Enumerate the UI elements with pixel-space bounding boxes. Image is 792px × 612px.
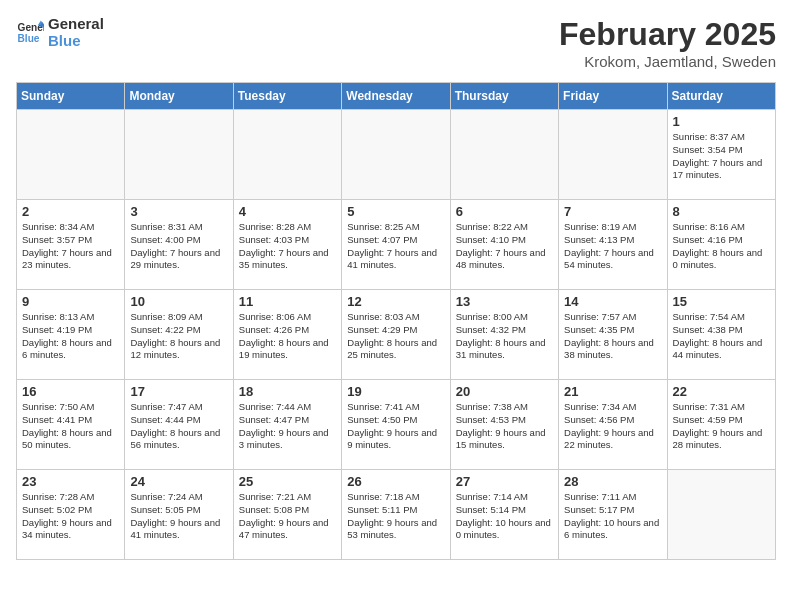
header: General Blue General Blue February 2025 … bbox=[16, 16, 776, 70]
day-info: Sunrise: 8:09 AM Sunset: 4:22 PM Dayligh… bbox=[130, 311, 227, 362]
weekday-header-friday: Friday bbox=[559, 83, 667, 110]
day-info: Sunrise: 7:50 AM Sunset: 4:41 PM Dayligh… bbox=[22, 401, 119, 452]
calendar-cell: 8Sunrise: 8:16 AM Sunset: 4:16 PM Daylig… bbox=[667, 200, 775, 290]
day-number: 15 bbox=[673, 294, 770, 309]
weekday-header-monday: Monday bbox=[125, 83, 233, 110]
day-info: Sunrise: 7:38 AM Sunset: 4:53 PM Dayligh… bbox=[456, 401, 553, 452]
weekday-header-row: SundayMondayTuesdayWednesdayThursdayFrid… bbox=[17, 83, 776, 110]
calendar-cell bbox=[450, 110, 558, 200]
calendar-cell: 24Sunrise: 7:24 AM Sunset: 5:05 PM Dayli… bbox=[125, 470, 233, 560]
calendar-cell: 12Sunrise: 8:03 AM Sunset: 4:29 PM Dayli… bbox=[342, 290, 450, 380]
day-info: Sunrise: 7:21 AM Sunset: 5:08 PM Dayligh… bbox=[239, 491, 336, 542]
day-info: Sunrise: 7:47 AM Sunset: 4:44 PM Dayligh… bbox=[130, 401, 227, 452]
calendar-cell: 27Sunrise: 7:14 AM Sunset: 5:14 PM Dayli… bbox=[450, 470, 558, 560]
day-info: Sunrise: 7:34 AM Sunset: 4:56 PM Dayligh… bbox=[564, 401, 661, 452]
day-number: 18 bbox=[239, 384, 336, 399]
day-number: 27 bbox=[456, 474, 553, 489]
day-number: 3 bbox=[130, 204, 227, 219]
day-info: Sunrise: 8:16 AM Sunset: 4:16 PM Dayligh… bbox=[673, 221, 770, 272]
logo-line1: General bbox=[48, 16, 104, 33]
day-info: Sunrise: 8:31 AM Sunset: 4:00 PM Dayligh… bbox=[130, 221, 227, 272]
weekday-header-wednesday: Wednesday bbox=[342, 83, 450, 110]
calendar-cell: 9Sunrise: 8:13 AM Sunset: 4:19 PM Daylig… bbox=[17, 290, 125, 380]
calendar-cell bbox=[342, 110, 450, 200]
day-info: Sunrise: 8:28 AM Sunset: 4:03 PM Dayligh… bbox=[239, 221, 336, 272]
svg-text:Blue: Blue bbox=[18, 33, 40, 44]
day-number: 12 bbox=[347, 294, 444, 309]
day-number: 5 bbox=[347, 204, 444, 219]
week-row-3: 9Sunrise: 8:13 AM Sunset: 4:19 PM Daylig… bbox=[17, 290, 776, 380]
week-row-4: 16Sunrise: 7:50 AM Sunset: 4:41 PM Dayli… bbox=[17, 380, 776, 470]
day-number: 25 bbox=[239, 474, 336, 489]
calendar-cell: 2Sunrise: 8:34 AM Sunset: 3:57 PM Daylig… bbox=[17, 200, 125, 290]
day-number: 6 bbox=[456, 204, 553, 219]
day-number: 4 bbox=[239, 204, 336, 219]
calendar-cell: 11Sunrise: 8:06 AM Sunset: 4:26 PM Dayli… bbox=[233, 290, 341, 380]
calendar-cell: 18Sunrise: 7:44 AM Sunset: 4:47 PM Dayli… bbox=[233, 380, 341, 470]
day-number: 26 bbox=[347, 474, 444, 489]
calendar-cell: 26Sunrise: 7:18 AM Sunset: 5:11 PM Dayli… bbox=[342, 470, 450, 560]
week-row-5: 23Sunrise: 7:28 AM Sunset: 5:02 PM Dayli… bbox=[17, 470, 776, 560]
day-info: Sunrise: 8:34 AM Sunset: 3:57 PM Dayligh… bbox=[22, 221, 119, 272]
day-number: 22 bbox=[673, 384, 770, 399]
day-number: 24 bbox=[130, 474, 227, 489]
day-number: 14 bbox=[564, 294, 661, 309]
weekday-header-thursday: Thursday bbox=[450, 83, 558, 110]
calendar-cell: 5Sunrise: 8:25 AM Sunset: 4:07 PM Daylig… bbox=[342, 200, 450, 290]
day-info: Sunrise: 8:19 AM Sunset: 4:13 PM Dayligh… bbox=[564, 221, 661, 272]
day-info: Sunrise: 7:14 AM Sunset: 5:14 PM Dayligh… bbox=[456, 491, 553, 542]
calendar-cell bbox=[17, 110, 125, 200]
day-number: 28 bbox=[564, 474, 661, 489]
day-number: 11 bbox=[239, 294, 336, 309]
day-number: 2 bbox=[22, 204, 119, 219]
calendar-cell bbox=[667, 470, 775, 560]
day-number: 19 bbox=[347, 384, 444, 399]
day-info: Sunrise: 7:44 AM Sunset: 4:47 PM Dayligh… bbox=[239, 401, 336, 452]
location: Krokom, Jaemtland, Sweden bbox=[559, 53, 776, 70]
day-number: 17 bbox=[130, 384, 227, 399]
week-row-2: 2Sunrise: 8:34 AM Sunset: 3:57 PM Daylig… bbox=[17, 200, 776, 290]
logo: General Blue General Blue bbox=[16, 16, 104, 49]
day-info: Sunrise: 7:31 AM Sunset: 4:59 PM Dayligh… bbox=[673, 401, 770, 452]
calendar-cell: 4Sunrise: 8:28 AM Sunset: 4:03 PM Daylig… bbox=[233, 200, 341, 290]
day-number: 13 bbox=[456, 294, 553, 309]
day-number: 20 bbox=[456, 384, 553, 399]
calendar-table: SundayMondayTuesdayWednesdayThursdayFrid… bbox=[16, 82, 776, 560]
day-info: Sunrise: 7:57 AM Sunset: 4:35 PM Dayligh… bbox=[564, 311, 661, 362]
calendar-cell: 20Sunrise: 7:38 AM Sunset: 4:53 PM Dayli… bbox=[450, 380, 558, 470]
day-number: 23 bbox=[22, 474, 119, 489]
day-info: Sunrise: 8:37 AM Sunset: 3:54 PM Dayligh… bbox=[673, 131, 770, 182]
calendar-cell: 22Sunrise: 7:31 AM Sunset: 4:59 PM Dayli… bbox=[667, 380, 775, 470]
week-row-1: 1Sunrise: 8:37 AM Sunset: 3:54 PM Daylig… bbox=[17, 110, 776, 200]
calendar-cell: 16Sunrise: 7:50 AM Sunset: 4:41 PM Dayli… bbox=[17, 380, 125, 470]
calendar-cell: 23Sunrise: 7:28 AM Sunset: 5:02 PM Dayli… bbox=[17, 470, 125, 560]
logo-line2: Blue bbox=[48, 33, 104, 50]
day-info: Sunrise: 7:24 AM Sunset: 5:05 PM Dayligh… bbox=[130, 491, 227, 542]
day-info: Sunrise: 7:41 AM Sunset: 4:50 PM Dayligh… bbox=[347, 401, 444, 452]
calendar-cell: 14Sunrise: 7:57 AM Sunset: 4:35 PM Dayli… bbox=[559, 290, 667, 380]
calendar-cell: 15Sunrise: 7:54 AM Sunset: 4:38 PM Dayli… bbox=[667, 290, 775, 380]
calendar-cell bbox=[559, 110, 667, 200]
calendar-cell: 13Sunrise: 8:00 AM Sunset: 4:32 PM Dayli… bbox=[450, 290, 558, 380]
calendar-cell: 10Sunrise: 8:09 AM Sunset: 4:22 PM Dayli… bbox=[125, 290, 233, 380]
calendar-cell: 17Sunrise: 7:47 AM Sunset: 4:44 PM Dayli… bbox=[125, 380, 233, 470]
day-info: Sunrise: 7:11 AM Sunset: 5:17 PM Dayligh… bbox=[564, 491, 661, 542]
weekday-header-saturday: Saturday bbox=[667, 83, 775, 110]
calendar-cell bbox=[233, 110, 341, 200]
calendar-cell: 6Sunrise: 8:22 AM Sunset: 4:10 PM Daylig… bbox=[450, 200, 558, 290]
calendar-cell: 25Sunrise: 7:21 AM Sunset: 5:08 PM Dayli… bbox=[233, 470, 341, 560]
day-info: Sunrise: 8:03 AM Sunset: 4:29 PM Dayligh… bbox=[347, 311, 444, 362]
day-info: Sunrise: 8:25 AM Sunset: 4:07 PM Dayligh… bbox=[347, 221, 444, 272]
day-info: Sunrise: 8:00 AM Sunset: 4:32 PM Dayligh… bbox=[456, 311, 553, 362]
day-info: Sunrise: 7:28 AM Sunset: 5:02 PM Dayligh… bbox=[22, 491, 119, 542]
day-number: 9 bbox=[22, 294, 119, 309]
day-info: Sunrise: 8:13 AM Sunset: 4:19 PM Dayligh… bbox=[22, 311, 119, 362]
month-year: February 2025 bbox=[559, 16, 776, 53]
day-number: 16 bbox=[22, 384, 119, 399]
day-info: Sunrise: 8:22 AM Sunset: 4:10 PM Dayligh… bbox=[456, 221, 553, 272]
weekday-header-sunday: Sunday bbox=[17, 83, 125, 110]
day-number: 8 bbox=[673, 204, 770, 219]
day-info: Sunrise: 7:54 AM Sunset: 4:38 PM Dayligh… bbox=[673, 311, 770, 362]
day-number: 1 bbox=[673, 114, 770, 129]
calendar-cell: 7Sunrise: 8:19 AM Sunset: 4:13 PM Daylig… bbox=[559, 200, 667, 290]
